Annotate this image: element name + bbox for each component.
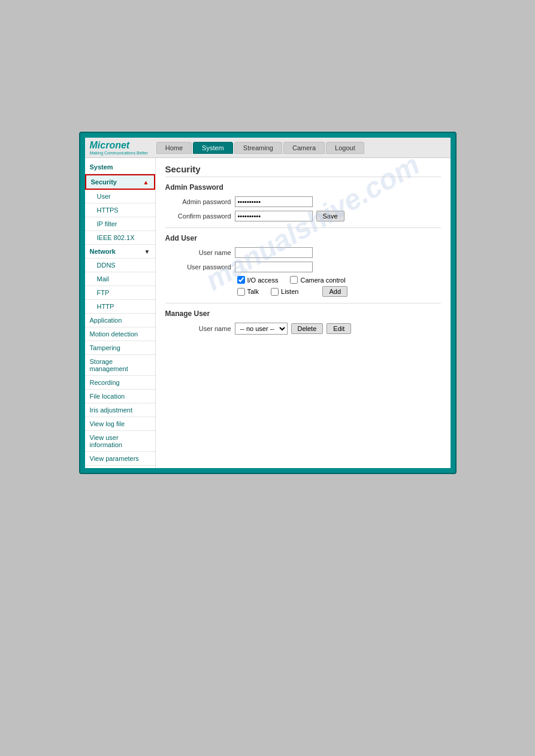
tab-camera[interactable]: Camera <box>283 142 325 154</box>
logo: Micronet Making Communications Better <box>90 140 148 155</box>
sidebar: System Security ▲ User HTTPS IP filter I… <box>85 158 156 468</box>
camera-control-checkbox[interactable] <box>290 276 298 284</box>
manage-username-label: User name <box>165 325 231 332</box>
user-password-input[interactable] <box>235 262 313 272</box>
tab-streaming[interactable]: Streaming <box>234 142 282 154</box>
user-select-dropdown[interactable]: -- no user -- <box>235 323 288 335</box>
username-input[interactable] <box>235 247 313 258</box>
admin-password-label: Admin password <box>165 198 231 205</box>
sidebar-item-user[interactable]: User <box>85 190 155 204</box>
sidebar-item-http[interactable]: HTTP <box>85 300 155 314</box>
divider-1 <box>165 227 441 228</box>
save-button[interactable]: Save <box>316 211 344 221</box>
talk-checkbox-item: Talk <box>237 288 259 296</box>
io-access-label: I/O access <box>247 277 279 284</box>
sidebar-item-ddns[interactable]: DDNS <box>85 259 155 272</box>
content: Security Admin Password Admin password C… <box>156 158 451 341</box>
tab-system[interactable]: System <box>193 142 233 154</box>
io-access-checkbox[interactable] <box>237 276 245 284</box>
manage-user-row: User name -- no user -- Delete Edit <box>165 323 441 335</box>
user-password-label: User password <box>165 263 231 271</box>
admin-password-section-title: Admin Password <box>165 183 441 192</box>
talk-checkbox[interactable] <box>237 288 245 296</box>
sidebar-item-file-location[interactable]: File location <box>85 390 155 403</box>
sidebar-item-view-params[interactable]: View parameters <box>85 452 155 466</box>
username-row: User name <box>165 247 441 258</box>
camera-control-checkbox-item: Camera control <box>290 276 345 284</box>
sidebar-item-ftp[interactable]: FTP <box>85 286 155 300</box>
sidebar-item-system[interactable]: System <box>85 160 155 174</box>
sidebar-item-ip-filter[interactable]: IP filter <box>85 217 155 231</box>
listen-checkbox-item: Listen <box>271 288 298 296</box>
sidebar-item-tampering[interactable]: Tampering <box>85 341 155 355</box>
talk-label: Talk <box>247 288 259 295</box>
sidebar-item-ieee[interactable]: IEEE 802.1X <box>85 231 155 245</box>
logo-sub: Making Communications Better <box>90 151 148 155</box>
sidebar-item-application[interactable]: Application <box>85 314 155 327</box>
listen-checkbox[interactable] <box>271 288 279 296</box>
admin-password-row: Admin password <box>165 196 441 207</box>
confirm-password-row: Confirm password Save <box>165 211 441 221</box>
sidebar-item-iris[interactable]: Iris adjustment <box>85 403 155 417</box>
username-label: User name <box>165 249 231 256</box>
admin-password-input[interactable] <box>235 196 313 207</box>
divider-2 <box>165 303 441 303</box>
sidebar-item-view-user-info[interactable]: View user information <box>85 431 155 452</box>
io-access-checkbox-item: I/O access <box>237 276 279 284</box>
sidebar-item-view-log[interactable]: View log file <box>85 417 155 431</box>
add-user-section-title: Add User <box>165 234 441 242</box>
sidebar-item-mail[interactable]: Mail <box>85 272 155 286</box>
logo-text: Micronet <box>90 140 130 150</box>
arrow-up-icon: ▲ <box>143 179 149 186</box>
tab-logout[interactable]: Logout <box>326 142 364 154</box>
add-button[interactable]: Add <box>322 286 347 297</box>
sidebar-item-motion-detection[interactable]: Motion detection <box>85 327 155 341</box>
nav-tabs: Home System Streaming Camera Logout <box>156 142 364 154</box>
header: Micronet Making Communications Better Ho… <box>85 138 451 158</box>
confirm-password-label: Confirm password <box>165 212 231 220</box>
arrow-down-icon: ▼ <box>144 248 150 255</box>
user-password-row: User password <box>165 262 441 272</box>
confirm-password-input[interactable] <box>235 211 313 221</box>
main-layout: System Security ▲ User HTTPS IP filter I… <box>85 158 451 468</box>
manage-user-section-title: Manage User <box>165 309 441 318</box>
listen-label: Listen <box>281 288 298 295</box>
sidebar-item-storage[interactable]: Storage management <box>85 355 155 376</box>
edit-button[interactable]: Edit <box>327 323 351 334</box>
sidebar-item-recording[interactable]: Recording <box>85 376 155 390</box>
page-title: Security <box>165 164 441 177</box>
tab-home[interactable]: Home <box>156 142 192 154</box>
camera-control-label: Camera control <box>300 277 345 284</box>
delete-button[interactable]: Delete <box>291 323 324 334</box>
sidebar-item-security[interactable]: Security ▲ <box>85 174 155 190</box>
sidebar-item-network[interactable]: Network ▼ <box>85 245 155 259</box>
sidebar-item-https[interactable]: HTTPS <box>85 204 155 217</box>
